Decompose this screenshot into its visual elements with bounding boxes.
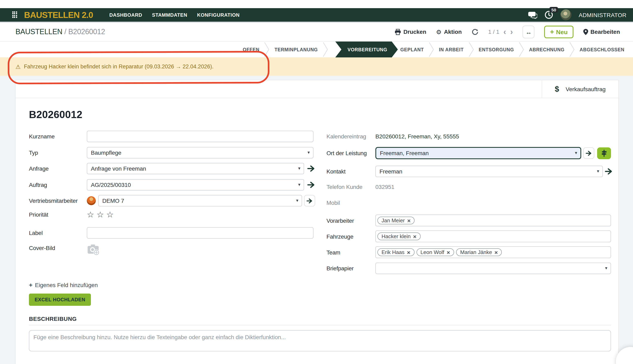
chip-label: Erik Haas — [382, 249, 405, 255]
vorarbeiter-tag-input[interactable]: Jan Meier × — [375, 214, 611, 226]
add-custom-field-link[interactable]: + Eigenes Feld hinzufügen — [29, 281, 98, 288]
pager-count: 1 / 1 — [488, 28, 499, 35]
dollar-icon: $ — [555, 85, 559, 94]
label-field-label: Label — [29, 230, 87, 236]
pager-prev-icon[interactable]: ‹ — [503, 28, 506, 36]
vertriebsmitarbeiter-value: DEMO 7 — [102, 198, 124, 204]
status-step-terminplanung[interactable]: TERMINPLANUNG — [274, 47, 318, 52]
kalendereintrag-label: Kalendereintrag — [327, 133, 375, 140]
remove-chip-icon[interactable]: × — [413, 234, 416, 239]
telefon-value: 032951 — [375, 184, 394, 190]
ort-select[interactable]: Freeman, Freeman ▾ — [375, 147, 581, 159]
anfrage-select[interactable]: Anfrage von Freeman ▾ — [87, 163, 304, 174]
field-row-kontakt: Kontakt Freeman ▾ — [327, 166, 613, 177]
top-navbar: BAUSTELLEN 2.0 DASHBOARD STAMMDATEN KONF… — [0, 8, 633, 22]
remove-chip-icon[interactable]: × — [447, 250, 450, 255]
star-icon[interactable]: ☆ — [87, 210, 95, 220]
field-row-auftrag: Auftrag AG/2025/00310 ▾ — [29, 179, 315, 190]
record-pager: 1 / 1 ‹ › — [488, 28, 513, 36]
expand-width-button[interactable]: ↔ — [523, 26, 535, 38]
vehicle-warning-banner: ⚠ Fahrzeug Hacker klein befindet sich in… — [0, 58, 633, 76]
add-custom-field-label: Eigenes Feld hinzufügen — [35, 282, 98, 288]
remove-chip-icon[interactable]: × — [407, 218, 411, 223]
star-icon[interactable]: ☆ — [106, 210, 114, 220]
open-salesperson-button[interactable] — [304, 195, 315, 206]
description-textarea[interactable]: Füge eine Beschreibung hinzu. Nutze hier… — [29, 330, 611, 352]
app-launcher-grid-icon[interactable] — [12, 12, 18, 18]
nav-item-konfiguration[interactable]: KONFIGURATION — [197, 12, 240, 18]
pager-next-icon[interactable]: › — [510, 28, 513, 36]
open-anfrage-arrow-icon[interactable] — [307, 165, 315, 172]
open-ort-button[interactable] — [583, 148, 594, 159]
nav-item-dashboard[interactable]: DASHBOARD — [109, 12, 142, 18]
vorarbeiter-label: Vorarbeiter — [327, 217, 375, 224]
chevron-down-icon: ▾ — [575, 150, 577, 156]
open-kontakt-arrow-icon[interactable] — [605, 168, 613, 175]
auftrag-value: AG/2025/00310 — [91, 182, 131, 188]
plus-icon: + — [550, 28, 554, 35]
star-icon[interactable]: ☆ — [97, 210, 104, 220]
typ-select[interactable]: Baumpflege ▾ — [87, 147, 313, 158]
kurzname-input[interactable] — [87, 131, 313, 142]
kontakt-select[interactable]: Freeman ▾ — [375, 166, 603, 177]
step-separator-icon — [429, 42, 434, 57]
team-tag-input[interactable]: Erik Haas × Leon Wolf × Marian Jänke × — [375, 246, 611, 258]
field-row-label: Label — [29, 227, 313, 238]
action-button[interactable]: ⚙ Aktion — [436, 28, 462, 35]
status-step-abrechnung[interactable]: ABRECHNUNG — [529, 47, 564, 52]
field-row-telefon: Telefon Kunde 032951 — [327, 184, 394, 190]
fahrzeuge-label: Fahrzeuge — [327, 233, 375, 240]
briefpapier-select[interactable]: ▾ — [375, 262, 611, 274]
refresh-icon — [472, 28, 479, 35]
location-pin-icon — [583, 29, 588, 35]
field-row-prioritaet: Priorität ☆ ☆ ☆ — [29, 210, 114, 220]
status-step-geplant[interactable]: GEPLANT — [400, 47, 424, 52]
user-name-label[interactable]: ADMINISTRATOR — [579, 12, 626, 18]
chevron-down-icon: ▾ — [296, 198, 298, 203]
status-step-abgeschlossen[interactable]: ABGESCHLOSSEN — [580, 47, 624, 52]
nav-item-stammdaten[interactable]: STAMMDATEN — [152, 12, 187, 18]
fahrzeuge-tag-input[interactable]: Hacker klein × — [375, 230, 611, 242]
record-card: $ Verkaufsauftrag B20260012 Kurzname Typ… — [15, 80, 619, 364]
edit-button[interactable]: Bearbeiten — [583, 28, 620, 35]
printer-icon — [394, 29, 401, 35]
user-avatar[interactable] — [560, 9, 571, 20]
card-top-row: $ Verkaufsauftrag — [16, 80, 618, 98]
messages-icon[interactable] — [528, 11, 537, 18]
status-step-vorbereitung-active[interactable]: VORBEREITUNG — [335, 42, 398, 58]
record-title: B20260012 — [29, 109, 82, 120]
field-row-kalendereintrag: Kalendereintrag B20260012, Freeman, Xy, … — [327, 133, 459, 140]
sales-order-stat-button[interactable]: $ Verkaufsauftrag — [542, 80, 618, 98]
salesperson-avatar — [87, 196, 96, 205]
new-record-button[interactable]: + Neu — [544, 26, 573, 38]
chevron-down-icon: ▾ — [597, 168, 599, 174]
telefon-label: Telefon Kunde — [327, 184, 375, 190]
status-step-offen[interactable]: OFFEN — [243, 47, 259, 52]
priority-star-rating[interactable]: ☆ ☆ ☆ — [87, 210, 114, 220]
cover-bild-label: Cover-Bild — [29, 245, 87, 251]
activity-clock-icon[interactable]: 50 — [544, 10, 553, 19]
label-input[interactable] — [87, 227, 313, 238]
team-chip: Leon Wolf × — [416, 248, 454, 256]
workflow-statusbar: OFFEN TERMINPLANUNG VORBEREITUNG GEPLANT… — [0, 42, 633, 58]
auftrag-select[interactable]: AG/2025/00310 ▾ — [87, 179, 304, 190]
signpost-map-button[interactable] — [597, 147, 611, 159]
print-button[interactable]: Drucken — [394, 28, 426, 35]
status-step-entsorgung[interactable]: ENTSORGUNG — [479, 47, 514, 52]
breadcrumb: BAUSTELLEN / B20260012 — [16, 28, 105, 36]
team-chip: Marian Jänke × — [456, 248, 502, 256]
field-row-ort-der-leistung: Ort der Leistung Freeman, Freeman ▾ — [327, 147, 611, 159]
remove-chip-icon[interactable]: × — [407, 250, 410, 255]
refresh-button[interactable] — [472, 28, 479, 35]
kontakt-value: Freeman — [380, 168, 402, 175]
status-step-in-arbeit[interactable]: IN ARBEIT — [439, 47, 464, 52]
open-auftrag-arrow-icon[interactable] — [307, 182, 315, 188]
kalendereintrag-value: B20260012, Freeman, Xy, 55555 — [375, 133, 459, 140]
chip-label: Marian Jänke — [460, 249, 492, 255]
breadcrumb-section[interactable]: BAUSTELLEN — [16, 28, 62, 36]
excel-upload-button[interactable]: EXCEL HOCHLADEN — [29, 294, 91, 306]
vertriebsmitarbeiter-select[interactable]: DEMO 7 ▾ — [98, 195, 302, 206]
remove-chip-icon[interactable]: × — [494, 250, 498, 255]
app-logo[interactable]: BAUSTELLEN 2.0 — [24, 10, 93, 20]
upload-cover-camera-icon[interactable] — [87, 243, 101, 256]
